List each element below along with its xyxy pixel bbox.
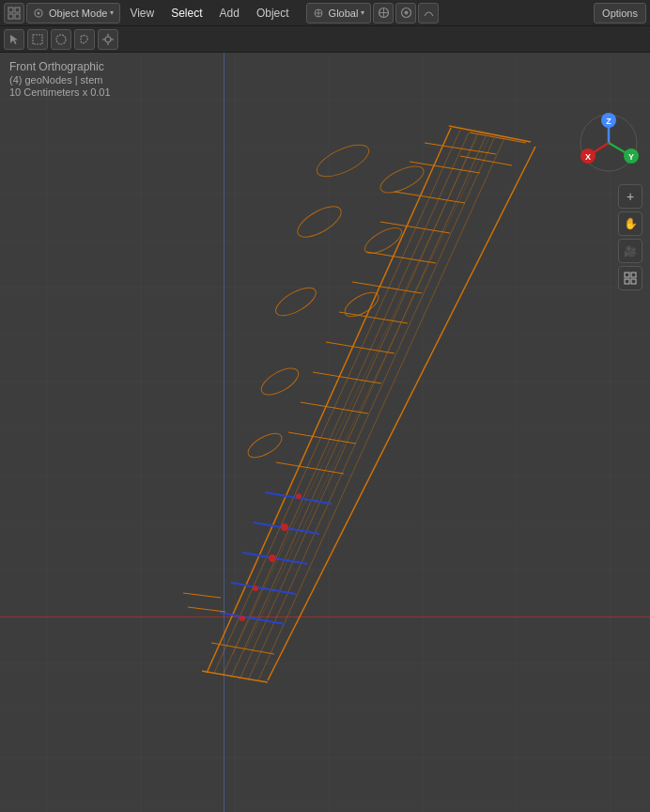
svg-text:Z: Z xyxy=(606,117,611,126)
select-box-tool[interactable] xyxy=(27,29,48,50)
svg-rect-84 xyxy=(631,273,636,277)
add-menu[interactable]: Add xyxy=(212,4,247,23)
tweak-tool[interactable] xyxy=(98,29,118,50)
svg-rect-14 xyxy=(33,35,42,44)
svg-rect-0 xyxy=(8,8,13,12)
transform-orientation-button[interactable]: Global ▾ xyxy=(306,3,372,23)
svg-rect-2 xyxy=(8,14,13,19)
top-menu-bar: Object Mode ▾ View Select Add Object Glo… xyxy=(0,0,650,26)
svg-point-16 xyxy=(105,37,111,42)
svg-rect-83 xyxy=(625,273,629,277)
select-lasso-tool[interactable] xyxy=(74,29,95,50)
proportional-edit-button[interactable] xyxy=(395,3,416,23)
viewport[interactable]: Front Orthographic (4) geoNodes | stem 1… xyxy=(0,53,650,812)
transform-chevron: ▾ xyxy=(361,8,364,17)
cursor-tool[interactable] xyxy=(4,29,24,50)
svg-rect-1 xyxy=(15,8,20,12)
svg-point-15 xyxy=(56,35,66,44)
grid-canvas xyxy=(0,53,650,812)
options-button[interactable]: Options xyxy=(594,3,646,23)
svg-point-5 xyxy=(38,11,40,14)
overlay-button[interactable] xyxy=(618,266,642,290)
svg-point-13 xyxy=(404,11,408,15)
pan-tool-button[interactable]: ✋ xyxy=(618,211,642,236)
object-mode-label: Object Mode xyxy=(49,8,107,19)
camera-button[interactable]: 🎥 xyxy=(618,239,642,263)
select-menu[interactable]: Select xyxy=(163,4,209,23)
zoom-in-button[interactable]: + xyxy=(618,184,642,209)
svg-text:X: X xyxy=(585,152,591,162)
editor-type-icon[interactable] xyxy=(4,3,24,23)
toolbar-row xyxy=(0,26,650,53)
snap-button[interactable] xyxy=(373,3,394,23)
select-circle-tool[interactable] xyxy=(51,29,71,50)
svg-rect-85 xyxy=(625,279,629,284)
svg-rect-86 xyxy=(631,279,636,284)
svg-rect-3 xyxy=(15,14,20,19)
curve-button[interactable] xyxy=(418,3,439,23)
viewport-gizmo[interactable]: Z X Y xyxy=(575,109,642,177)
right-tools-panel: + ✋ 🎥 xyxy=(618,184,642,290)
svg-text:Y: Y xyxy=(628,152,634,162)
object-menu[interactable]: Object xyxy=(249,4,297,23)
object-mode-chevron: ▾ xyxy=(110,8,114,17)
view-menu[interactable]: View xyxy=(122,4,162,23)
object-mode-button[interactable]: Object Mode ▾ xyxy=(26,3,120,23)
transform-label: Global xyxy=(329,8,359,19)
